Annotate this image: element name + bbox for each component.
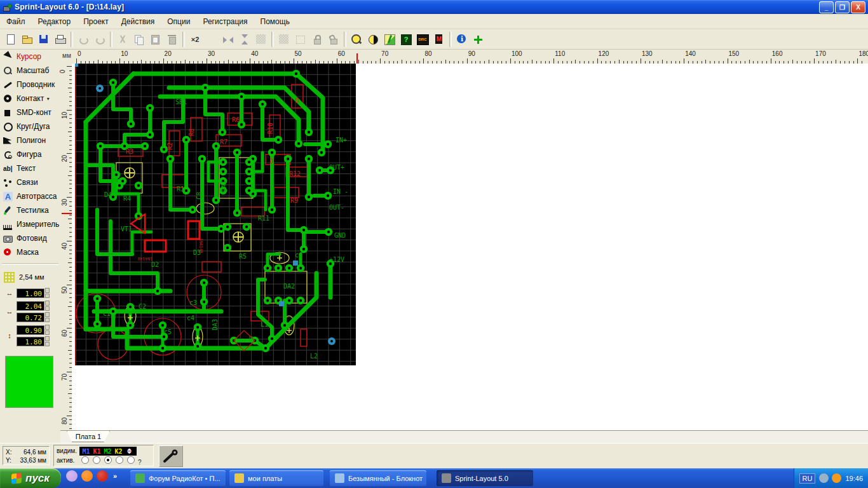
tool-links[interactable]: Связи [0,175,60,189]
menu-item-6[interactable]: Регистрация [196,15,254,28]
toolbar-separator [449,32,452,47]
tool-cursor[interactable]: Курсор [0,50,60,64]
zoom-icon [351,34,362,45]
pad-outer-field[interactable]: 2.04 [17,301,44,311]
layer-toggle-K2[interactable]: K2 [113,448,124,455]
show-desktop-icon[interactable] [66,470,78,482]
smd-b-field[interactable]: 1.80 [17,337,44,346]
mirror-vertical-button[interactable] [236,31,253,48]
test-button[interactable]: ? [398,31,414,48]
zoom-button[interactable] [348,31,365,48]
task-icon [135,473,145,483]
ruler-tick [510,58,511,64]
info-button[interactable]: i [454,31,470,48]
save-button[interactable] [36,31,52,48]
layer-color-swatch[interactable] [5,356,53,408]
smd-a-field[interactable]: 0.90 [17,325,44,335]
language-indicator[interactable]: RU [799,473,816,484]
pad-outer-spinner[interactable] [45,301,50,311]
layer-toggle-M2[interactable]: M2 [102,448,113,455]
svg-text:L1: L1 [261,321,268,328]
pad-mode-button[interactable] [159,445,183,467]
chevron-down-icon[interactable]: ▼ [46,97,50,101]
menu-item-5[interactable]: Опции [161,15,196,28]
track-width-spinner[interactable] [45,288,50,298]
rotate-button[interactable] [203,31,220,48]
menu-item-7[interactable]: Помощь [254,15,296,28]
undo-icon [78,34,89,45]
layer-help[interactable]: ? [138,459,142,466]
pcb-canvas[interactable]: SB1R3R2R8R6R7R10DDR12R9R1C8DA1D4R4VT1D2D… [72,64,868,430]
macro-button[interactable]: M [431,31,447,48]
tool-meter[interactable]: Измеритель [0,217,60,231]
layer-radio-M1[interactable] [81,456,89,464]
new-button[interactable] [3,31,19,48]
task-title: мои платы [248,475,282,482]
ruler-label: 70 [61,374,68,381]
print-button[interactable] [52,31,69,48]
tool-circle[interactable]: Круг/Дуга [0,119,60,133]
layer-toggle-M1[interactable]: M1 [81,448,92,455]
menu-item-4[interactable]: Действия [115,15,161,28]
ruler-label: 110 [555,50,565,57]
duplicate-glyph: ×2 [189,34,201,45]
grid-setting[interactable]: 2,54 мм [0,269,60,285]
y-label: Y: [6,456,11,464]
open-button[interactable] [19,31,36,48]
close-button[interactable]: X [851,1,865,13]
layer-radio-K2[interactable] [116,456,123,464]
menu-item-3[interactable]: Проект [77,15,115,28]
drc-button[interactable]: DRC [414,31,431,48]
tool-probe[interactable]: Тестилка [0,203,60,217]
tool-pad[interactable]: Контакт▼ [0,92,60,105]
photoview-button[interactable] [365,31,381,48]
tray-agent-icon[interactable] [832,473,841,483]
status-bar: X:64,6 мм Y:33,63 мм видим. актив. M1K1M… [0,443,868,469]
tool-poly[interactable]: Полигон [0,133,60,147]
restore-button[interactable]: ❐ [835,1,850,13]
pcb-board[interactable]: SB1R3R2R8R6R7R10DDR12R9R1C8DA1D4R4VT1D2D… [75,64,356,365]
taskbar-task-3[interactable]: Безымянный - Блокнот [330,470,426,486]
duplicate-button[interactable]: ×2 [187,31,203,48]
quicklaunch-chevron[interactable]: » [113,472,117,480]
sheet-tab[interactable]: Плата 1 [67,431,110,442]
tool-fig[interactable]: Фигура [0,147,60,161]
firefox-icon[interactable] [81,470,93,482]
smd-b-spinner[interactable] [45,336,50,346]
title-bar: Sprint-Layout 6.0 - [D:\14.lay] _ ❐ X [0,0,868,14]
svg-text:D2: D2 [151,261,159,268]
autoroute-button[interactable] [381,31,398,48]
layer-radio-K1[interactable] [93,456,100,464]
tool-mask[interactable]: Маска [0,245,60,259]
pad-inner-spinner[interactable] [45,312,50,322]
layer-toggle-Ф[interactable]: Ф [124,448,135,455]
layer-radio-M2[interactable] [104,456,112,464]
taskbar-task-1[interactable]: Форум РадиоКот • П... [130,470,226,486]
svg-text:SB1: SB1 [175,98,187,105]
track-width-field[interactable]: 1.00 [17,288,44,298]
mirror-horizontal-button[interactable] [220,31,236,48]
smd-a-spinner[interactable] [45,325,50,335]
menu-item-2[interactable]: Редактор [32,15,78,28]
pad-inner-field[interactable]: 0.72 [17,313,44,322]
trace-pad-icon [163,449,179,463]
tool-smd[interactable]: SMD-конт [0,105,60,119]
tool-auto[interactable]: AАвтотрасса [0,189,60,203]
start-button[interactable]: пуск [0,468,61,488]
toolbar-separator [71,32,73,47]
tool-zoom[interactable]: Масштаб [0,64,60,78]
menu-item-1[interactable]: Файл [0,15,32,28]
visible-label: видим. [57,446,77,456]
tool-photo[interactable]: Фотовид [0,231,60,245]
tool-text[interactable]: ab|Текст [0,161,60,175]
layer-toggle-K1[interactable]: K1 [92,448,102,455]
ruler-cursor-marker [62,213,72,214]
layer-radio-Ф[interactable] [127,456,135,464]
taskbar-task-4[interactable]: Sprint-Layout 5.0 [437,470,533,486]
selector-button[interactable] [470,31,487,48]
tray-update-icon[interactable] [819,473,829,483]
tool-line[interactable]: Проводник [0,78,60,92]
opera-icon[interactable] [97,470,108,482]
taskbar-task-2[interactable]: мои платы [229,470,323,486]
minimize-button[interactable]: _ [819,1,834,13]
